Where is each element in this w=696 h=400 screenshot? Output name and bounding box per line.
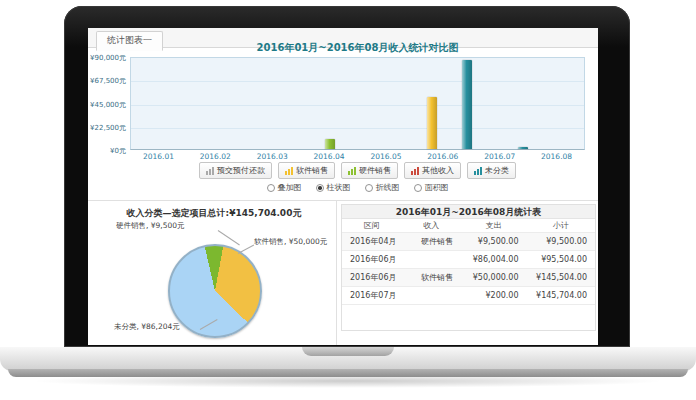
table-cell: 2016年04月 [342,233,402,250]
bar-chart-icon [348,167,356,175]
bar-chart-icon [285,167,293,175]
mode-option-叠加图[interactable]: 叠加图 [267,182,302,193]
table-header-cell: 支出 [461,219,526,232]
pie-label-software: 软件销售, ¥50,000元 [254,237,327,247]
laptop-lip [8,369,688,377]
bar-未分类[interactable] [462,60,472,149]
table-row[interactable]: 2016年04月硬件销售¥9,500.00¥9,500.00 [342,233,595,251]
stats-table-body: 2016年04月硬件销售¥9,500.00¥9,500.002016年06月¥8… [342,233,595,305]
table-cell [402,287,462,304]
table-header-cell: 小计 [527,219,595,232]
table-header-cell: 区间 [342,219,402,232]
table-cell: 2016年06月 [342,269,402,286]
pie-label-hardware: 硬件销售, ¥9,500元 [116,221,185,231]
table-cell: ¥200.00 [461,287,526,304]
pie-chart[interactable] [168,244,262,338]
bar-软件销售[interactable] [427,97,437,149]
screen-content: 统计图表一 2016年01月~2016年08月收入统计对比图 ¥90,000元¥… [88,28,598,345]
legend-button-软件销售[interactable]: 软件销售 [278,162,335,179]
radio-icon [316,184,324,192]
table-header-cell: 收入 [402,219,462,232]
radio-icon [365,184,373,192]
table-cell: 2016年06月 [342,251,402,268]
stats-table-title: 2016年01月~2016年08月统计表 [342,205,595,219]
table-cell: ¥145,704.00 [527,287,595,304]
gridline [131,105,584,106]
stats-table: 2016年01月~2016年08月统计表 区间收入支出小计 2016年04月硬件… [341,204,596,331]
table-cell: ¥86,004.00 [461,251,526,268]
bar-未分类[interactable] [518,147,528,149]
y-axis-tick-label: ¥90,000元 [88,53,126,63]
x-axis-tick-label: 2016.08 [528,152,585,161]
legend-label: 软件销售 [296,165,328,176]
table-cell: ¥145,504.00 [527,269,595,286]
x-axis-tick-label: 2016.07 [471,152,528,161]
bar-chart-icon [474,167,482,175]
bar-chart-title: 2016年01月~2016年08月收入统计对比图 [130,41,585,55]
table-cell: ¥9,500.00 [461,233,526,250]
mode-option-柱状图[interactable]: 柱状图 [316,182,351,193]
table-cell: ¥95,504.00 [527,251,595,268]
legend-label: 未分类 [485,165,509,176]
mode-option-面积图[interactable]: 面积图 [414,182,449,193]
radio-icon [414,184,422,192]
gridline [131,81,584,82]
x-axis-tick-label: 2016.06 [414,152,471,161]
legend-button-预交预付还款[interactable]: 预交预付还款 [199,162,272,179]
x-axis-tick-label: 2016.04 [301,152,358,161]
stats-table-header: 区间收入支出小计 [342,219,595,233]
bar-chart-icon [411,167,419,175]
legend-label: 预交预付还款 [217,165,265,176]
legend-row: 预交预付还款软件销售硬件销售其他收入未分类 [130,162,585,179]
legend-button-硬件销售[interactable]: 硬件销售 [341,162,398,179]
radio-icon [267,184,275,192]
pie-label-unclassified: 未分类, ¥86,204元 [114,322,180,332]
legend-button-未分类[interactable]: 未分类 [467,162,516,179]
bar-plot-area [130,57,585,150]
table-cell: ¥50,000.00 [461,269,526,286]
mode-label: 折线图 [376,182,400,193]
mode-label: 面积图 [425,182,449,193]
y-axis-tick-label: ¥67,500元 [88,76,126,86]
bar-硬件销售[interactable] [325,139,335,149]
mode-label: 柱状图 [327,182,351,193]
table-row[interactable]: 2016年07月¥200.00¥145,704.00 [342,287,595,305]
mode-option-折线图[interactable]: 折线图 [365,182,400,193]
laptop-screen-bezel: 统计图表一 2016年01月~2016年08月收入统计对比图 ¥90,000元¥… [64,6,630,347]
table-cell: 2016年07月 [342,287,402,304]
y-axis-tick-label: ¥0元 [88,146,126,156]
table-cell: 硬件销售 [402,233,462,250]
table-cell [402,251,462,268]
x-axis-tick-label: 2016.02 [187,152,244,161]
table-row[interactable]: 2016年06月软件销售¥50,000.00¥145,504.00 [342,269,595,287]
legend-button-其他收入[interactable]: 其他收入 [404,162,461,179]
table-cell: ¥9,500.00 [527,233,595,250]
mode-label: 叠加图 [278,182,302,193]
bottom-section: 收入分类—选定项目总计:¥145,704.00元 硬件销售, ¥9,500元 软… [88,200,598,345]
pie-chart-title: 收入分类—选定项目总计:¥145,704.00元 [98,207,330,220]
table-cell: 软件销售 [402,269,462,286]
y-axis-tick-label: ¥45,000元 [88,100,126,110]
table-row[interactable]: 2016年06月¥86,004.00¥95,504.00 [342,251,595,269]
chart-mode-row: 叠加图柱状图折线图面积图 [130,182,585,193]
laptop-notch [302,347,394,356]
bar-chart-icon [206,167,214,175]
gridline [131,128,584,129]
legend-label: 硬件销售 [359,165,391,176]
x-axis-tick-label: 2016.01 [130,152,187,161]
pie-panel: 收入分类—选定项目总计:¥145,704.00元 硬件销售, ¥9,500元 软… [88,201,337,345]
legend-label: 其他收入 [422,165,454,176]
y-axis-tick-label: ¥22,500元 [88,123,126,133]
x-axis-tick-label: 2016.03 [244,152,301,161]
pie-callout-line [218,230,240,245]
x-axis-tick-label: 2016.05 [358,152,415,161]
pie-callout-line [238,245,254,254]
